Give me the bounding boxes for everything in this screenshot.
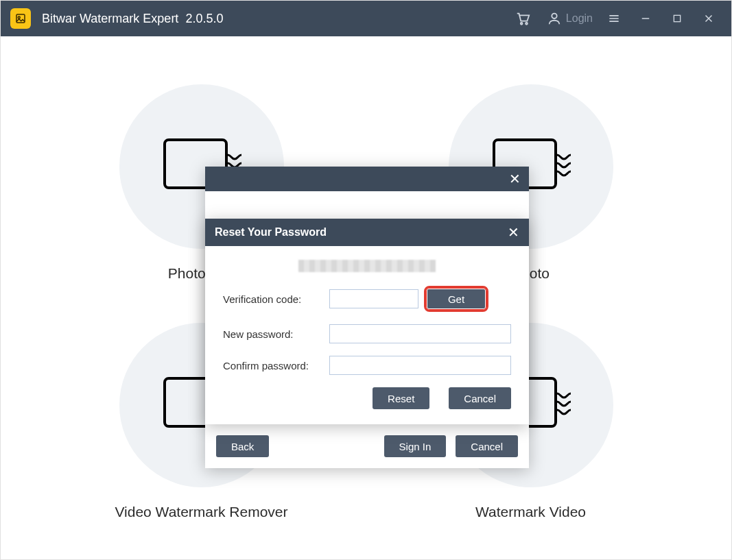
- new-password-input[interactable]: [329, 324, 511, 343]
- cart-icon[interactable]: [507, 1, 539, 36]
- svg-point-1: [18, 16, 20, 19]
- modal-title: Reset Your Password: [215, 226, 327, 239]
- feature-label: Video Watermark Remover: [115, 504, 287, 520]
- svg-rect-5: [674, 15, 680, 21]
- login-link[interactable]: Login: [566, 12, 593, 25]
- verification-code-input[interactable]: [329, 289, 418, 308]
- svg-point-3: [526, 23, 528, 25]
- back-button[interactable]: Back: [216, 435, 269, 457]
- svg-rect-0: [16, 14, 25, 23]
- title-bar: Bitwar Watermark Expert 2.0.5.0 Login: [1, 1, 731, 36]
- close-icon[interactable]: ✕: [509, 172, 521, 186]
- new-password-label: New password:: [223, 328, 329, 340]
- get-button-highlight: Get: [424, 286, 488, 312]
- svg-point-4: [552, 14, 556, 19]
- signin-button[interactable]: Sign In: [384, 435, 447, 457]
- minimize-icon[interactable]: [630, 1, 661, 36]
- svg-point-2: [521, 23, 523, 25]
- feature-label: Watermark Video: [475, 504, 586, 520]
- app-logo: [10, 8, 31, 29]
- get-code-button[interactable]: Get: [427, 289, 485, 308]
- app-name: Bitwar Watermark Expert: [42, 12, 178, 26]
- main-area: Photo Wat Photo Video Watermark Remover …: [1, 36, 731, 560]
- reset-button[interactable]: Reset: [373, 387, 429, 409]
- redacted-email: [298, 260, 436, 272]
- confirm-password-input[interactable]: [329, 356, 511, 375]
- menu-icon[interactable]: [598, 1, 630, 36]
- verification-code-label: Verification code:: [223, 293, 329, 305]
- close-window-icon[interactable]: [693, 1, 724, 36]
- reset-password-modal: Reset Your Password ✕ Verification code:…: [205, 219, 529, 424]
- app-version: 2.0.5.0: [185, 12, 223, 26]
- confirm-password-label: Confirm password:: [223, 360, 329, 372]
- close-icon[interactable]: ✕: [508, 226, 519, 239]
- cancel-button[interactable]: Cancel: [449, 387, 511, 409]
- maximize-icon[interactable]: [661, 1, 693, 36]
- cancel-button[interactable]: Cancel: [456, 435, 518, 457]
